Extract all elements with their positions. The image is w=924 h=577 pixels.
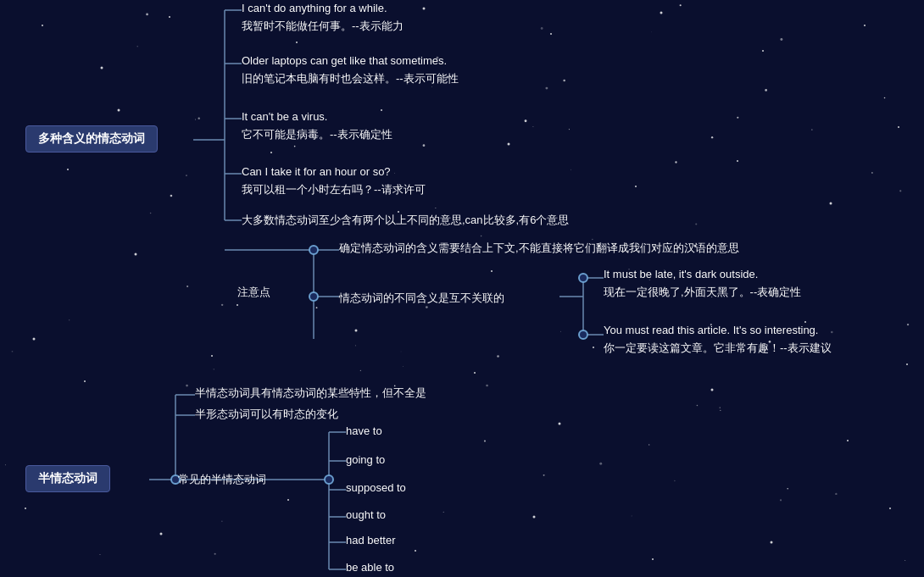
svg-point-3 <box>296 42 298 43</box>
semi-desc-1: 半情态动词具有情态动词的某些特性，但不全是 <box>195 385 426 402</box>
svg-point-39 <box>118 109 120 112</box>
caution-item-1-text: 确定情态动词的含义需要结合上下文,不能直接将它们翻译成我们对应的汉语的意思 <box>339 241 739 254</box>
svg-point-66 <box>907 324 909 325</box>
supposed-to-text: supposed to <box>346 481 406 494</box>
svg-point-0 <box>42 25 43 26</box>
have-to-text: have to <box>346 424 382 437</box>
caution-item-2-text: 情态动词的不同含义是互不关联的 <box>339 291 504 304</box>
svg-point-86 <box>871 172 873 174</box>
svg-point-24 <box>711 389 714 391</box>
svg-point-10 <box>135 253 137 256</box>
svg-point-111 <box>811 129 813 130</box>
svg-point-57 <box>195 119 196 120</box>
svg-point-153 <box>309 292 318 301</box>
svg-point-22 <box>474 372 476 374</box>
svg-point-64 <box>599 463 602 465</box>
svg-point-109 <box>146 14 148 16</box>
must-example-1-zh: 现在一定很晚了,外面天黑了。--表确定性 <box>604 284 801 302</box>
svg-point-53 <box>720 407 721 408</box>
semi-item-be-able-to: be able to <box>346 561 394 574</box>
svg-point-77 <box>423 144 426 147</box>
svg-point-7 <box>762 50 764 52</box>
must-example-1-en: It must be late, it's dark outside. <box>604 266 801 284</box>
svg-point-21 <box>355 330 358 332</box>
page-content: 多种含义的情态动词 I can't do anything for a whil… <box>0 0 924 577</box>
caution-item-2: 情态动词的不同含义是互不关联的 <box>339 290 504 308</box>
summary-label: 大多数情态动词至少含有两个以上不同的意思,can比较多,有6个意思 <box>242 214 569 226</box>
example-4: Can I take it for an hour or so? 我可以租一个小… <box>242 164 426 199</box>
svg-point-152 <box>309 246 318 254</box>
svg-point-79 <box>294 146 296 147</box>
common-semi-label: 常见的半情态动词 <box>178 472 266 487</box>
svg-point-83 <box>355 345 356 346</box>
svg-point-95 <box>221 521 223 523</box>
svg-point-115 <box>5 464 6 465</box>
svg-point-106 <box>316 307 318 308</box>
svg-point-103 <box>186 175 187 176</box>
svg-point-81 <box>632 516 632 517</box>
svg-point-78 <box>720 410 721 411</box>
example-3-zh: 它不可能是病毒。--表示确定性 <box>242 126 392 144</box>
svg-point-68 <box>486 385 488 387</box>
svg-point-8 <box>864 25 866 26</box>
svg-point-5 <box>550 33 552 35</box>
semi-item-ought-to: ought to <box>346 508 386 521</box>
svg-point-73 <box>680 4 682 6</box>
svg-point-113 <box>221 304 223 306</box>
example-2-en: Older laptops can get like that sometime… <box>242 53 459 70</box>
semi-item-had-better: had better <box>346 534 396 546</box>
caution-item-1: 确定情态动词的含义需要结合上下文,不能直接将它们翻译成我们对应的汉语的意思 <box>339 240 739 258</box>
svg-point-30 <box>415 550 416 552</box>
svg-point-40 <box>237 304 238 306</box>
svg-point-58 <box>12 351 14 352</box>
svg-point-88 <box>99 554 100 555</box>
svg-point-20 <box>211 355 213 357</box>
must-example-2-en: You must read this article. It's so inte… <box>604 322 832 340</box>
svg-point-105 <box>787 488 788 490</box>
going-to-text: going to <box>346 453 385 466</box>
svg-point-15 <box>737 160 738 162</box>
svg-point-154 <box>579 274 587 282</box>
example-3-en: It can't be a virus. <box>242 108 392 126</box>
svg-point-31 <box>533 516 536 519</box>
svg-point-44 <box>780 499 782 501</box>
example-2-zh: 旧的笔记本电脑有时也会这样。--表示可能性 <box>242 70 459 88</box>
svg-point-155 <box>579 330 587 339</box>
semi-item-have-to: have to <box>346 424 382 437</box>
svg-point-42 <box>847 440 849 441</box>
must-example-2: You must read this article. It's so inte… <box>604 322 832 358</box>
svg-point-84 <box>69 319 70 320</box>
svg-point-41 <box>559 423 561 425</box>
svg-point-60 <box>674 480 675 481</box>
multi-meaning-label: 多种含义的情态动词 <box>38 131 145 145</box>
svg-point-71 <box>137 46 138 47</box>
svg-point-69 <box>435 208 436 208</box>
svg-point-90 <box>214 553 216 555</box>
svg-point-65 <box>835 493 837 495</box>
svg-point-48 <box>214 369 214 369</box>
svg-point-94 <box>541 27 543 30</box>
semi-desc-2: 半形态动词可以有时态的变化 <box>195 406 338 424</box>
must-example-2-zh: 你一定要读这篇文章。它非常有趣！--表示建议 <box>604 340 832 358</box>
svg-point-55 <box>571 169 571 170</box>
svg-point-2 <box>169 16 170 18</box>
svg-point-100 <box>651 31 652 32</box>
example-3: It can't be a virus. 它不可能是病毒。--表示确定性 <box>242 108 392 144</box>
svg-point-93 <box>543 474 545 476</box>
svg-point-67 <box>481 236 482 237</box>
svg-point-98 <box>884 97 886 99</box>
svg-point-50 <box>401 352 402 352</box>
example-1: I can't do anything for a while. 我暂时不能做任… <box>242 0 404 36</box>
svg-point-4 <box>423 8 426 10</box>
caution-text: 注意点 <box>237 286 270 298</box>
must-example-1: It must be late, it's dark outside. 现在一定… <box>604 266 801 302</box>
semi-desc-2-text: 半形态动词可以有时态的变化 <box>195 408 338 420</box>
svg-point-18 <box>33 338 36 341</box>
svg-point-6 <box>660 12 663 14</box>
svg-point-70 <box>695 224 697 225</box>
svg-point-92 <box>765 89 767 92</box>
example-1-zh: 我暂时不能做任何事。--表示能力 <box>242 18 404 36</box>
svg-point-76 <box>569 129 570 130</box>
ought-to-text: ought to <box>346 508 386 521</box>
multi-meaning-node: 多种含义的情态动词 <box>25 125 158 153</box>
